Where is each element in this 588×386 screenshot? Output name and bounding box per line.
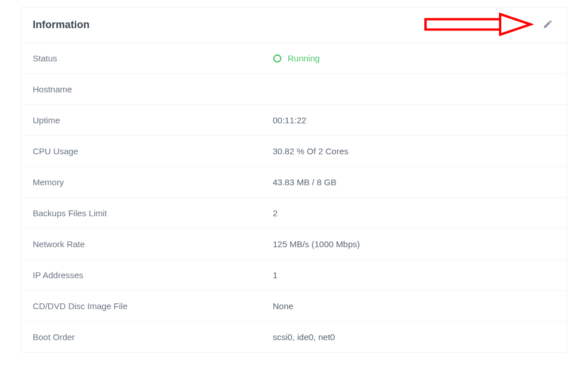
row-value: 30.82 % Of 2 Cores xyxy=(273,146,555,156)
row-boot-order: Boot Order scsi0, ide0, net0 xyxy=(21,322,567,352)
row-value-status: Running xyxy=(273,53,555,63)
edit-button[interactable] xyxy=(540,17,555,33)
arrow-annotation xyxy=(424,11,533,38)
row-label: Memory xyxy=(33,177,273,187)
row-status: Status Running xyxy=(21,43,567,74)
information-panel: Information Status Running Hostname Upti… xyxy=(21,7,567,353)
row-cpu-usage: CPU Usage 30.82 % Of 2 Cores xyxy=(21,136,567,167)
row-label: Boot Order xyxy=(33,332,273,342)
svg-marker-1 xyxy=(500,14,531,34)
row-hostname: Hostname xyxy=(21,74,567,105)
row-backups-limit: Backups Files Limit 2 xyxy=(21,198,567,229)
status-running-icon xyxy=(273,54,282,63)
row-network-rate: Network Rate 125 MB/s (1000 Mbps) xyxy=(21,229,567,260)
svg-point-2 xyxy=(274,55,281,62)
row-label: Uptime xyxy=(33,115,273,125)
row-ip-addresses: IP Addresses 1 xyxy=(21,260,567,291)
row-label-status: Status xyxy=(33,53,273,63)
row-label: Network Rate xyxy=(33,239,273,249)
row-label: CPU Usage xyxy=(33,146,273,156)
row-cd-dvd-image: CD/DVD Disc Image File None xyxy=(21,291,567,322)
row-label: Hostname xyxy=(33,84,273,94)
panel-title: Information xyxy=(33,19,90,31)
row-label: CD/DVD Disc Image File xyxy=(33,301,273,311)
pencil-icon xyxy=(543,19,553,31)
row-label: IP Addresses xyxy=(33,270,273,280)
row-value: scsi0, ide0, net0 xyxy=(273,332,555,342)
row-label: Backups Files Limit xyxy=(33,208,273,218)
row-value: 2 xyxy=(273,208,555,218)
row-value: None xyxy=(273,301,555,311)
svg-rect-0 xyxy=(425,19,500,29)
row-value: 1 xyxy=(273,270,555,280)
panel-header: Information xyxy=(21,7,567,43)
status-text: Running xyxy=(288,53,320,63)
row-value: 00:11:22 xyxy=(273,115,555,125)
row-uptime: Uptime 00:11:22 xyxy=(21,105,567,136)
row-memory: Memory 43.83 MB / 8 GB xyxy=(21,167,567,198)
row-value: 43.83 MB / 8 GB xyxy=(273,177,555,187)
row-value: 125 MB/s (1000 Mbps) xyxy=(273,239,555,249)
